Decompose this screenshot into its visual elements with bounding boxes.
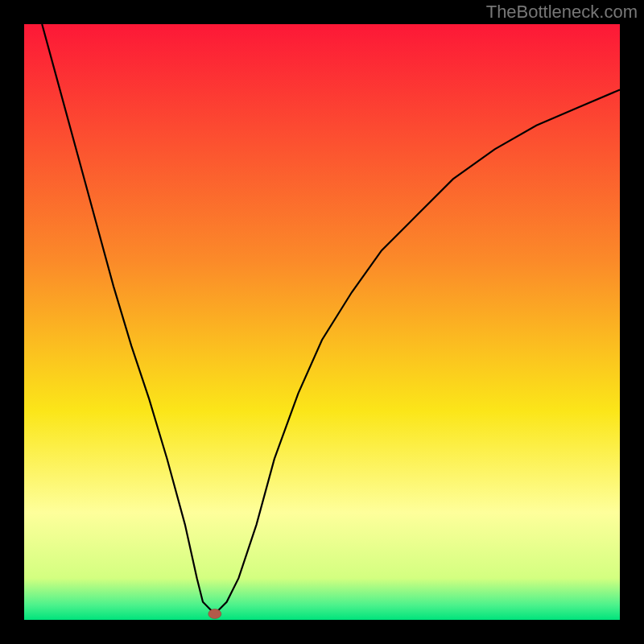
chart-svg — [0, 0, 644, 644]
chart-root: TheBottleneck.com — [0, 0, 644, 644]
plot-background — [24, 24, 620, 620]
watermark-text: TheBottleneck.com — [486, 2, 638, 23]
min-marker-icon — [208, 609, 221, 619]
